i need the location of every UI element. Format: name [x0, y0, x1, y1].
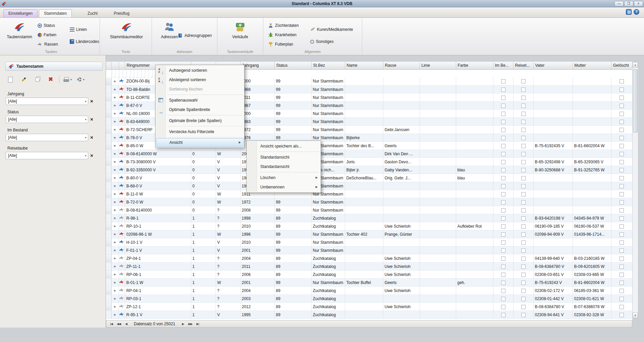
- cell[interactable]: [573, 246, 611, 254]
- row-checkbox[interactable]: [501, 248, 505, 253]
- cell[interactable]: RP-06-1: [125, 271, 191, 279]
- rassen-button[interactable]: Rassen: [36, 41, 59, 48]
- row-checkbox[interactable]: [501, 96, 505, 100]
- cell[interactable]: 89: [274, 303, 311, 311]
- cell[interactable]: Dirk Van Den ...: [383, 150, 420, 158]
- row-checkbox[interactable]: [501, 79, 505, 83]
- cell[interactable]: [456, 254, 493, 263]
- cell[interactable]: [456, 110, 493, 118]
- cell[interactable]: W: [216, 150, 240, 158]
- cell[interactable]: B-92-3350000 V: [125, 166, 191, 174]
- row-checkbox[interactable]: [521, 273, 526, 277]
- row-checkbox[interactable]: [620, 168, 624, 172]
- cell[interactable]: [533, 150, 573, 158]
- cell[interactable]: 89: [274, 254, 311, 263]
- cell[interactable]: 89: [274, 214, 311, 222]
- row-checkbox[interactable]: [501, 256, 505, 261]
- row-checkbox[interactable]: [501, 289, 505, 293]
- cell[interactable]: [573, 77, 611, 86]
- table-row[interactable]: ▶RP-06-11?200689ZuchtkatalogUwe Schierlo…: [106, 271, 632, 279]
- cell[interactable]: [420, 222, 456, 230]
- cell[interactable]: [345, 254, 383, 263]
- cell[interactable]: 1: [191, 246, 216, 254]
- cell[interactable]: [345, 94, 383, 102]
- cell[interactable]: 2003: [240, 295, 274, 303]
- cell[interactable]: [420, 94, 456, 102]
- cell[interactable]: [345, 311, 383, 319]
- cell[interactable]: B-08-6384780 V: [533, 263, 573, 271]
- cell[interactable]: 1983: [240, 118, 274, 126]
- cell[interactable]: [533, 134, 573, 142]
- cell[interactable]: 99: [274, 206, 311, 214]
- cell[interactable]: Zuchtkatalog: [311, 214, 345, 222]
- cell[interactable]: B-08-6384780 V: [533, 303, 573, 311]
- expand-arrow-icon[interactable]: ▶: [111, 174, 119, 182]
- cell[interactable]: Nur Stammbaum: [311, 86, 345, 94]
- table-row[interactable]: ▶B-08-61400000?200899Nur Stammbaum: [106, 206, 632, 214]
- cell[interactable]: [573, 150, 611, 158]
- cell[interactable]: Uwe Schierloh: [383, 263, 420, 271]
- row-checkbox[interactable]: [620, 88, 624, 92]
- cell[interactable]: 04345-94-979 W: [573, 214, 611, 222]
- minimize-button[interactable]: —: [614, 1, 624, 6]
- cell[interactable]: [345, 126, 383, 134]
- row-checkbox[interactable]: [521, 297, 526, 301]
- column-header[interactable]: Vater: [533, 62, 573, 69]
- row-checkbox[interactable]: [501, 152, 505, 156]
- row-checkbox[interactable]: [521, 168, 526, 172]
- cell[interactable]: blau: [456, 166, 493, 174]
- cell[interactable]: 02308-92-328 W: [573, 311, 611, 319]
- table-row[interactable]: ▶R-98-11?199889ZuchtkatalogB-93-6420198 …: [106, 214, 632, 222]
- adressgruppen-button[interactable]: Adressgruppen: [176, 32, 213, 39]
- scrollbar-thumb[interactable]: [633, 69, 638, 132]
- cell[interactable]: 1: [191, 238, 216, 246]
- cell[interactable]: [420, 134, 456, 142]
- row-checkbox[interactable]: [521, 208, 526, 213]
- column-header[interactable]: Jahrgang: [240, 62, 274, 69]
- menu-item[interactable]: Löschen▶: [248, 173, 320, 182]
- clear-filter-button[interactable]: ×: [90, 117, 93, 122]
- clear-filter-button[interactable]: ×: [90, 153, 93, 158]
- cell[interactable]: ?: [216, 214, 240, 222]
- row-checkbox[interactable]: [620, 192, 624, 196]
- table-row[interactable]: ▶02098-96-1 W1W199699Nur StammbaumTochte…: [106, 230, 632, 238]
- cell[interactable]: [533, 102, 573, 110]
- cell[interactable]: [456, 150, 493, 158]
- menu-item[interactable]: Ansicht▶: [156, 138, 244, 147]
- cell[interactable]: [533, 206, 573, 214]
- chevron-down-icon[interactable]: ▼: [85, 155, 87, 157]
- row-checkbox[interactable]: [521, 313, 526, 317]
- cell[interactable]: 2012: [240, 303, 274, 311]
- cell[interactable]: W: [216, 230, 240, 238]
- cell[interactable]: 89: [274, 311, 311, 319]
- clear-filter-button[interactable]: ×: [90, 135, 93, 140]
- expand-arrow-icon[interactable]: ▶: [111, 158, 119, 166]
- cell[interactable]: [533, 182, 573, 190]
- row-checkbox[interactable]: [501, 192, 505, 196]
- cell[interactable]: Tochter des B...: [345, 142, 383, 150]
- table-row[interactable]: ▶F-01-1 V1V200199Nur Stammbaum: [106, 246, 632, 254]
- row-checkbox[interactable]: [501, 273, 505, 277]
- cell[interactable]: [345, 86, 383, 94]
- row-checkbox[interactable]: [501, 160, 505, 164]
- cell[interactable]: [573, 206, 611, 214]
- filter-dropdown[interactable]: [Alle] ▼: [6, 116, 88, 123]
- cell[interactable]: [420, 311, 456, 319]
- cell[interactable]: 2006: [240, 271, 274, 279]
- cell[interactable]: W: [216, 190, 240, 198]
- expand-arrow-icon[interactable]: ▶: [111, 254, 119, 263]
- expand-arrow-icon[interactable]: ▶: [111, 110, 119, 118]
- expand-arrow-icon[interactable]: ▶: [111, 238, 119, 246]
- cell[interactable]: B-01-1 W: [125, 279, 191, 287]
- cell[interactable]: B-07-6386078 W: [573, 303, 611, 311]
- cell[interactable]: 0: [191, 150, 216, 158]
- cell[interactable]: [456, 134, 493, 142]
- row-checkbox[interactable]: [620, 256, 624, 261]
- expand-arrow-icon[interactable]: ▶: [111, 182, 119, 190]
- cell[interactable]: B-65-3293065 V: [573, 158, 611, 166]
- row-checkbox[interactable]: [521, 200, 526, 205]
- expand-arrow-icon[interactable]: ▶: [111, 222, 119, 230]
- cell[interactable]: V: [216, 166, 240, 174]
- row-checkbox[interactable]: [620, 112, 624, 116]
- filter-dropdown[interactable]: [Alle] ▼: [6, 134, 88, 141]
